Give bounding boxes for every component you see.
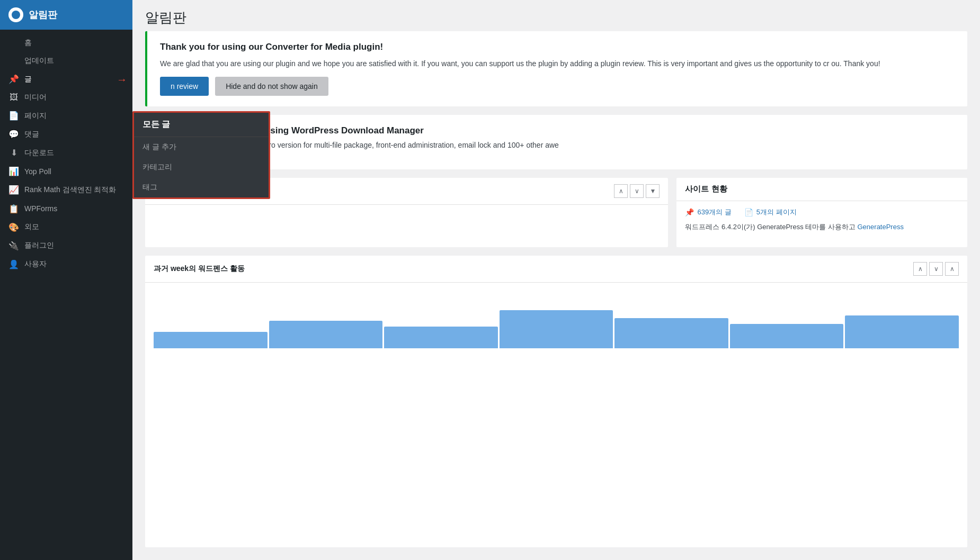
sidebar-item-media[interactable]: 🖼 미디어 [0, 88, 132, 106]
submenu-item-categories[interactable]: 카테고리 [134, 157, 269, 177]
sidebar-item-label: 외모 [24, 222, 39, 232]
chart-bar-7 [845, 315, 959, 348]
site-status-row: 📌 639개의 글 📄 5개의 페이지 [685, 207, 959, 217]
rank-math-down-button[interactable]: ∨ [630, 184, 644, 198]
hide-button[interactable]: Hide and do not show again [215, 77, 328, 96]
review-button[interactable]: n review [160, 77, 209, 96]
sidebar-item-yop-poll[interactable]: 📊 Yop Poll [0, 162, 132, 180]
chart-bar-1 [154, 332, 268, 348]
sidebar-header: 알림판 [0, 0, 132, 30]
submenu-header-label: 모든 글 [142, 120, 170, 129]
submenu-item-label: 새 글 추가 [142, 142, 176, 151]
activity-widget-title-area: 과거 week의 워드펜스 활동 [154, 264, 245, 274]
pages-icon: 📄 [8, 111, 19, 121]
sidebar-item-wpforms[interactable]: 📋 WPForms [0, 200, 132, 218]
sidebar-item-comments[interactable]: 💬 댓글 [0, 125, 132, 143]
page-title: 알림판 [145, 8, 967, 27]
rank-math-widget-controls: ∧ ∨ ▼ [614, 184, 660, 198]
pages-count-link[interactable]: 5개의 페이지 [756, 207, 797, 217]
sidebar-item-downloads[interactable]: ⬇ 다운로드 [0, 143, 132, 162]
sidebar-item-label: 미디어 [24, 93, 47, 102]
chart-bar-2 [269, 321, 383, 348]
posts-count-link[interactable]: 639개의 글 [697, 207, 731, 217]
sidebar-item-pages[interactable]: 📄 페이지 [0, 106, 132, 125]
sidebar-item-label: 홈 [24, 38, 32, 48]
pin-icon: 📌 [8, 74, 19, 84]
sidebar-item-home[interactable]: 홈 [0, 34, 132, 52]
posts-arrow: → [117, 73, 127, 85]
downloads-icon: ⬇ [8, 148, 19, 158]
sidebar-item-users[interactable]: 👤 사용자 [0, 255, 132, 274]
sidebar-item-label: 사용자 [24, 259, 47, 269]
main-content: 알림판 Thank you for using our Converter fo… [132, 0, 980, 560]
rank-math-toggle-button[interactable]: ▼ [646, 184, 660, 198]
activity-widget: 과거 week의 워드펜스 활동 ∧ ∨ ∧ [145, 256, 967, 547]
converter-notice: Thank you for using our Converter for Me… [145, 31, 967, 106]
sidebar-item-label: Yop Poll [24, 167, 51, 176]
site-status-desc: 워드프레스 6.4.2이(가) GeneratePress 테마를 사용하고 G… [685, 222, 959, 232]
site-status-header: 사이트 현황 [676, 178, 967, 201]
theme-link[interactable]: GeneratePress [858, 223, 904, 231]
rank-math-icon: 📈 [8, 185, 19, 195]
wp-logo [8, 7, 23, 22]
poll-icon: 📊 [8, 166, 19, 176]
pin-status-icon: 📌 [685, 208, 694, 216]
chart-bar-6 [730, 324, 844, 349]
sidebar-item-label: Rank Math 검색엔진 최적화 [24, 185, 116, 195]
sidebar-item-label: 페이지 [24, 111, 47, 121]
sidebar-item-label: 다운로드 [24, 148, 54, 158]
converter-notice-title: Thank you for using our Converter for Me… [160, 42, 955, 52]
sidebar-item-label: 글 [24, 75, 32, 84]
sidebar-item-appearance[interactable]: 🎨 외모 [0, 218, 132, 237]
converter-notice-text: We are glad that you are using our plugi… [160, 58, 955, 69]
sidebar-item-plugins[interactable]: 🔌 플러그인 [0, 237, 132, 255]
activity-widget-body [145, 283, 967, 359]
activity-toggle-button[interactable]: ∧ [945, 262, 959, 276]
wpforms-icon: 📋 [8, 204, 19, 214]
submenu-header: 모든 글 [134, 113, 269, 137]
users-icon: 👤 [8, 259, 19, 269]
sidebar-item-label: WPForms [24, 204, 57, 213]
plugins-icon: 🔌 [8, 241, 19, 251]
activity-widget-controls: ∧ ∨ ∧ [913, 262, 959, 276]
posts-count-item: 📌 639개의 글 [685, 207, 731, 217]
sidebar: 알림판 홈 업데이트 📌 글 → 🖼 미디어 📄 페이지 💬 댓글 ⬇ [0, 0, 132, 560]
sidebar-item-posts[interactable]: 📌 글 → [0, 70, 132, 88]
activity-widget-header: 과거 week의 워드펜스 활동 ∧ ∨ ∧ [145, 256, 967, 283]
activity-widget-title: 과거 week의 워드펜스 활동 [154, 264, 245, 274]
rank-math-up-button[interactable]: ∧ [614, 184, 628, 198]
chart-bar-5 [614, 318, 728, 348]
activity-up-button[interactable]: ∧ [913, 262, 927, 276]
rank-math-widget-body [145, 205, 668, 247]
submenu-item-label: 카테고리 [142, 162, 172, 171]
posts-submenu: 모든 글 새 글 추가 카테고리 태그 [132, 111, 270, 199]
chart-bar-3 [384, 327, 498, 349]
chart-bar-4 [500, 310, 613, 349]
converter-notice-buttons: n review Hide and do not show again [160, 77, 955, 96]
page-status-icon: 📄 [744, 208, 753, 216]
site-status-widget: 사이트 현황 📌 639개의 글 📄 5개의 페이지 워드프레스 6.4 [676, 178, 967, 247]
activity-down-button[interactable]: ∨ [929, 262, 943, 276]
media-icon: 🖼 [8, 93, 19, 102]
page-header: 알림판 [132, 0, 980, 31]
submenu-item-label: 태그 [142, 183, 157, 191]
appearance-icon: 🎨 [8, 222, 19, 232]
sidebar-item-label: 플러그인 [24, 241, 54, 250]
submenu-item-add-new[interactable]: 새 글 추가 [134, 137, 269, 157]
content-area: Thank you for using our Converter for Me… [132, 31, 980, 560]
sidebar-item-label: 업데이트 [24, 56, 54, 66]
activity-chart [154, 289, 959, 353]
site-status-body: 📌 639개의 글 📄 5개의 페이지 워드프레스 6.4.2이(가) Gene… [676, 201, 967, 238]
pages-count-item: 📄 5개의 페이지 [744, 207, 797, 217]
submenu-item-tags[interactable]: 태그 [134, 177, 269, 197]
sidebar-item-updates[interactable]: 업데이트 [0, 52, 132, 70]
sidebar-item-label: 댓글 [24, 130, 39, 139]
sidebar-title: 알림판 [29, 8, 57, 21]
sidebar-item-rank-math[interactable]: 📈 Rank Math 검색엔진 최적화 [0, 180, 132, 200]
sidebar-nav: 홈 업데이트 📌 글 → 🖼 미디어 📄 페이지 💬 댓글 ⬇ 다운로드 📊 [0, 30, 132, 560]
comments-icon: 💬 [8, 129, 19, 139]
